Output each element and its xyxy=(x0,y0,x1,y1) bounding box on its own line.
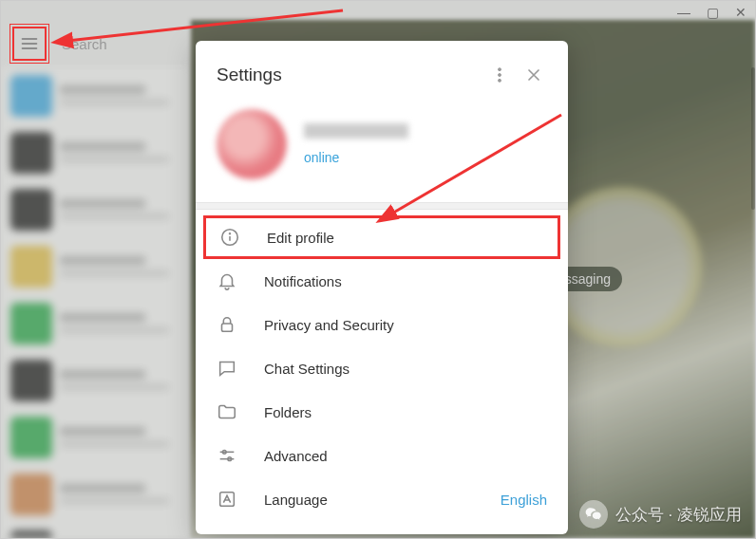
svg-point-5 xyxy=(230,233,231,234)
minimize-button[interactable]: — xyxy=(675,5,692,20)
scrollbar[interactable] xyxy=(751,67,755,210)
menu-item-language[interactable]: Language English xyxy=(196,477,568,521)
section-divider xyxy=(196,202,568,210)
watermark: 公众号 · 凌锐应用 xyxy=(579,500,742,529)
language-icon xyxy=(217,489,237,510)
close-icon xyxy=(524,65,543,84)
svg-point-2 xyxy=(499,79,501,82)
menu-label: Chat Settings xyxy=(264,361,547,377)
settings-header: Settings xyxy=(196,41,568,103)
settings-modal: Settings online Edit profile Notificatio… xyxy=(196,41,568,534)
menu-item-chat-settings[interactable]: Chat Settings xyxy=(196,346,568,390)
bell-icon xyxy=(217,270,237,291)
close-settings-button[interactable] xyxy=(517,58,551,92)
profile-text: online xyxy=(304,123,408,165)
svg-point-0 xyxy=(499,68,501,71)
profile-status: online xyxy=(304,150,408,165)
menu-item-folders[interactable]: Folders xyxy=(196,390,568,434)
menu-label: Edit profile xyxy=(267,230,544,246)
more-options-button[interactable] xyxy=(482,58,517,92)
close-window-button[interactable]: ✕ xyxy=(732,5,749,20)
svg-rect-6 xyxy=(222,324,233,331)
menu-value: English xyxy=(501,492,547,508)
wechat-icon xyxy=(579,500,608,529)
window-controls: — ▢ ✕ xyxy=(675,5,749,20)
menu-item-notifications[interactable]: Notifications xyxy=(196,259,568,303)
hamburger-icon xyxy=(20,34,39,53)
hamburger-menu-button[interactable] xyxy=(12,27,47,61)
maximize-button[interactable]: ▢ xyxy=(704,5,721,20)
lock-icon xyxy=(217,314,237,335)
menu-label: Advanced xyxy=(264,448,547,464)
menu-item-privacy[interactable]: Privacy and Security xyxy=(196,303,568,346)
svg-point-1 xyxy=(499,74,501,77)
profile-avatar xyxy=(217,109,287,179)
info-icon xyxy=(219,227,240,248)
search-input[interactable]: Search xyxy=(62,36,107,52)
settings-title: Settings xyxy=(217,65,482,85)
profile-name-redacted xyxy=(304,123,408,139)
sliders-icon xyxy=(217,445,237,466)
menu-label: Language xyxy=(264,492,474,508)
watermark-text: 公众号 · 凌锐应用 xyxy=(615,504,742,526)
menu-label: Folders xyxy=(264,404,547,420)
profile-section[interactable]: online xyxy=(196,103,568,202)
menu-item-edit-profile[interactable]: Edit profile xyxy=(203,215,560,259)
more-vertical-icon xyxy=(490,65,509,84)
settings-menu-list: Edit profile Notifications Privacy and S… xyxy=(196,210,568,527)
folder-icon xyxy=(217,401,237,422)
menu-label: Notifications xyxy=(264,273,547,289)
menu-item-advanced[interactable]: Advanced xyxy=(196,434,568,477)
chat-icon xyxy=(217,358,237,379)
menu-label: Privacy and Security xyxy=(264,317,547,333)
